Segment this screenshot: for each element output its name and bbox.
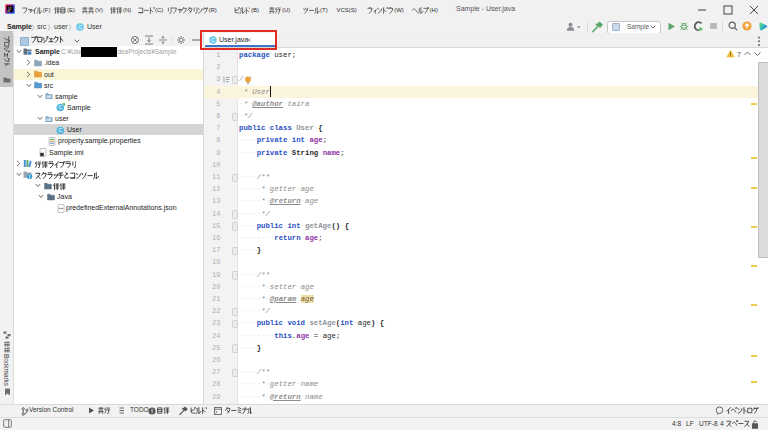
svg-text:C: C <box>58 127 62 133</box>
svg-text:7: 7 <box>737 51 741 58</box>
svg-text:C: C <box>58 105 62 111</box>
svg-text:IJ: IJ <box>8 6 11 10</box>
svg-text:C: C <box>78 24 82 30</box>
